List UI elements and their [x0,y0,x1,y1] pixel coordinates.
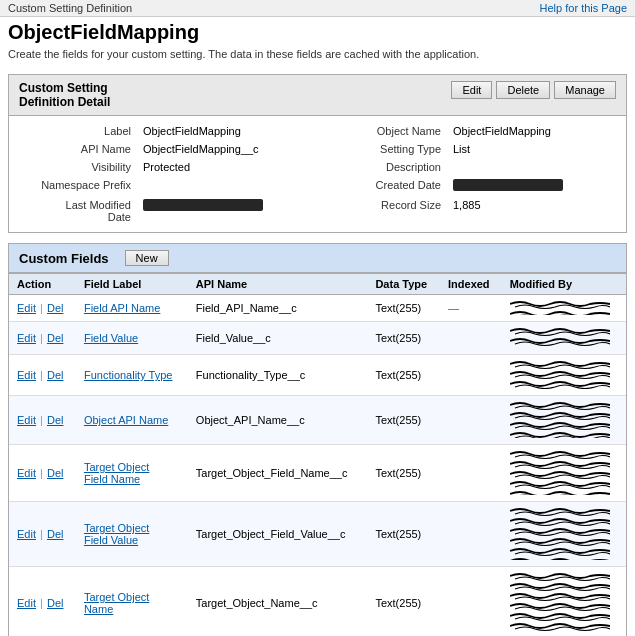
detail-section: Custom SettingDefinition Detail Edit Del… [8,74,627,233]
modified-by-cell [502,322,626,355]
field-label-cell: Target ObjectField Value [76,502,188,567]
api-name-cell: Field_API_Name__c [188,295,368,322]
table-row: Edit | DelFunctionality TypeFunctionalit… [9,355,626,396]
value-visibility: Protected [139,158,339,176]
field-label-link[interactable]: Target Object [84,461,149,473]
last-modified-redacted [143,199,263,211]
edit-link[interactable]: Edit [17,467,36,479]
value-namespace [139,176,339,196]
data-type-cell: Text(255) [367,396,440,445]
edit-button[interactable]: Edit [451,81,492,99]
detail-grid: Label ObjectFieldMapping Object Name Obj… [9,116,626,232]
sep: | [37,332,46,344]
sep: | [37,369,46,381]
del-link[interactable]: Del [47,332,64,344]
edit-link[interactable]: Edit [17,332,36,344]
api-name-cell: Target_Object_Name__c [188,567,368,637]
action-cell: Edit | Del [9,355,76,396]
field-label-cell: Target ObjectName [76,567,188,637]
modified-by-scribble [510,359,610,389]
modified-by-cell [502,396,626,445]
col-api-name: API Name [188,274,368,295]
table-row: Edit | DelField API NameField_API_Name__… [9,295,626,322]
field-label-link[interactable]: Object API Name [84,414,168,426]
sep: | [37,414,46,426]
field-label-link[interactable]: Field Name [84,473,140,485]
indexed-dash: — [448,302,459,314]
label-description: Description [339,158,449,176]
new-button[interactable]: New [125,250,169,266]
data-type-cell: Text(255) [367,445,440,502]
value-description [449,158,629,176]
del-link[interactable]: Del [47,467,64,479]
created-date-redacted [453,179,563,191]
modified-by-cell [502,445,626,502]
field-label-cell: Functionality Type [76,355,188,396]
label-visibility: Visibility [9,158,139,176]
del-link[interactable]: Del [47,414,64,426]
page-description: Create the fields for your custom settin… [0,46,635,68]
del-link[interactable]: Del [47,597,64,609]
field-label-link[interactable]: Field API Name [84,302,160,314]
indexed-cell [440,445,502,502]
modified-by-scribble [510,506,610,560]
value-api-name: ObjectFieldMapping__c [139,140,339,158]
modified-by-scribble [510,571,610,633]
field-label-link[interactable]: Target Object [84,591,149,603]
data-type-cell: Text(255) [367,355,440,396]
field-label-link[interactable]: Target Object [84,522,149,534]
field-label-link[interactable]: Field Value [84,332,138,344]
field-label-cell: Target ObjectField Name [76,445,188,502]
modified-by-scribble [510,400,610,438]
table-row: Edit | DelTarget ObjectField ValueTarget… [9,502,626,567]
indexed-cell [440,355,502,396]
detail-buttons: Edit Delete Manage [451,81,616,99]
action-cell: Edit | Del [9,295,76,322]
action-cell: Edit | Del [9,396,76,445]
label-label: Label [9,122,139,140]
action-cell: Edit | Del [9,322,76,355]
topbar: Custom Setting Definition Help for this … [0,0,635,17]
label-namespace: Namespace Prefix [9,176,139,196]
field-label-link[interactable]: Functionality Type [84,369,172,381]
edit-link[interactable]: Edit [17,597,36,609]
del-link[interactable]: Del [47,369,64,381]
del-link[interactable]: Del [47,528,64,540]
del-link[interactable]: Del [47,302,64,314]
field-label-link[interactable]: Name [84,603,113,615]
fields-table: Action Field Label API Name Data Type In… [9,273,626,636]
edit-link[interactable]: Edit [17,302,36,314]
modified-by-scribble [510,326,610,348]
edit-link[interactable]: Edit [17,414,36,426]
col-data-type: Data Type [367,274,440,295]
edit-link[interactable]: Edit [17,528,36,540]
data-type-cell: Text(255) [367,295,440,322]
col-action: Action [9,274,76,295]
label-last-modified: Last ModifiedDate [9,196,139,226]
label-object-name: Object Name [339,122,449,140]
manage-button[interactable]: Manage [554,81,616,99]
api-name-cell: Field_Value__c [188,322,368,355]
value-created-date [449,176,629,196]
delete-button[interactable]: Delete [496,81,550,99]
page-title: ObjectFieldMapping [0,17,635,46]
col-indexed: Indexed [440,274,502,295]
edit-link[interactable]: Edit [17,369,36,381]
label-created-date: Created Date [339,176,449,196]
modified-by-cell [502,295,626,322]
field-label-link[interactable]: Field Value [84,534,138,546]
table-row: Edit | DelTarget ObjectNameTarget_Object… [9,567,626,637]
value-last-modified [139,196,339,226]
api-name-cell: Functionality_Type__c [188,355,368,396]
action-cell: Edit | Del [9,567,76,637]
indexed-cell [440,567,502,637]
label-setting-type: Setting Type [339,140,449,158]
value-label: ObjectFieldMapping [139,122,339,140]
value-object-name: ObjectFieldMapping [449,122,629,140]
data-type-cell: Text(255) [367,502,440,567]
help-link[interactable]: Help for this Page [540,2,627,14]
action-cell: Edit | Del [9,445,76,502]
modified-by-cell [502,502,626,567]
field-label-cell: Field Value [76,322,188,355]
table-row: Edit | DelTarget ObjectField NameTarget_… [9,445,626,502]
